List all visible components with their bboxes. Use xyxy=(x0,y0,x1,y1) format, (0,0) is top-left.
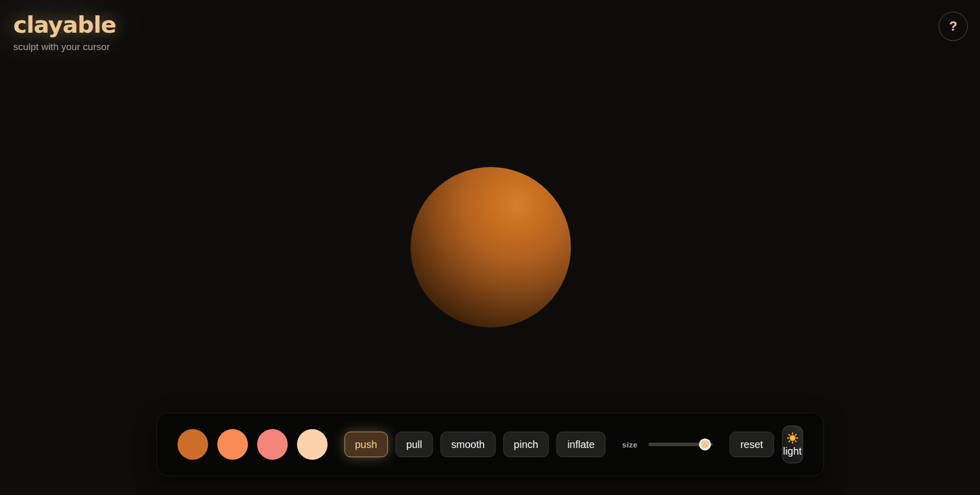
color-swatch-peach[interactable] xyxy=(297,429,327,460)
tool-button-smooth[interactable]: smooth xyxy=(441,432,496,457)
color-swatch-coral[interactable] xyxy=(217,429,248,460)
size-label: size xyxy=(622,440,637,449)
sun-icon xyxy=(786,432,798,444)
tool-button-inflate[interactable]: inflate xyxy=(557,432,605,457)
toolbar: push pull smooth pinch inflate size rese… xyxy=(156,413,824,476)
color-swatch-orange[interactable] xyxy=(177,429,208,460)
light-button[interactable]: light xyxy=(782,426,803,463)
tool-button-push[interactable]: push xyxy=(344,432,388,457)
tool-button-pull[interactable]: pull xyxy=(395,432,433,457)
color-swatch-group xyxy=(177,429,327,460)
light-button-label: light xyxy=(783,445,802,457)
size-slider[interactable] xyxy=(649,438,713,451)
reset-button[interactable]: reset xyxy=(730,432,774,457)
color-swatch-salmon-pink[interactable] xyxy=(257,429,288,460)
size-control: size xyxy=(622,438,712,451)
clay-sphere[interactable] xyxy=(411,167,571,327)
size-slider-thumb[interactable] xyxy=(699,439,711,451)
tool-button-pinch[interactable]: pinch xyxy=(503,432,549,457)
tool-button-group: push pull smooth pinch inflate xyxy=(344,432,605,457)
